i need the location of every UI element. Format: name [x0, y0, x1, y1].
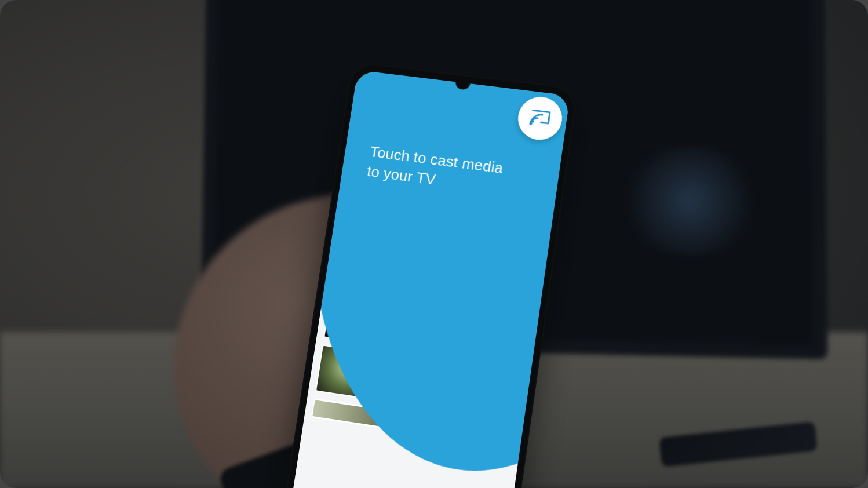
video-thumbnail [333, 239, 407, 293]
coach-text: Touch to cast media to your TV [366, 142, 514, 200]
video-thumbnail [313, 400, 384, 426]
cast-icon [529, 109, 551, 127]
tv-glow [618, 147, 762, 257]
cast-button[interactable] [515, 94, 565, 143]
more-icon[interactable] [499, 383, 519, 408]
coach-text-line1: Touch to cast media [369, 143, 505, 177]
coach-text-line2: to your TV [366, 162, 437, 188]
photo-scene: For Bigger Blazes Sintel BlenderFoundati… [0, 0, 868, 488]
video-list[interactable]: For Bigger Blazes Sintel BlenderFoundati… [285, 237, 546, 488]
more-icon[interactable] [515, 275, 534, 300]
video-thumbnail [325, 292, 400, 346]
video-thumbnail [316, 346, 391, 400]
video-title: For Bigger Blazes [411, 264, 509, 290]
video-subtitle [411, 279, 507, 292]
more-icon[interactable] [506, 329, 526, 354]
